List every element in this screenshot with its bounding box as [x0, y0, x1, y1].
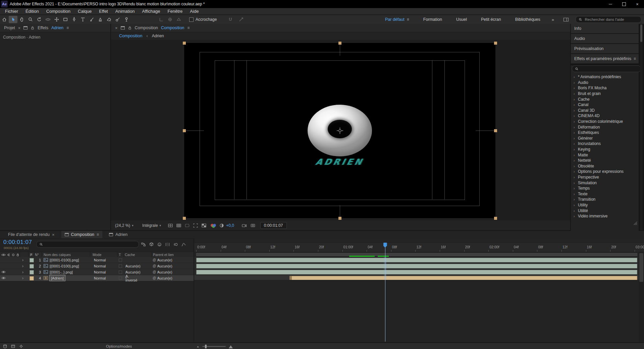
minimize-button[interactable]	[604, 0, 617, 8]
pickwhip-icon[interactable]: @	[153, 275, 156, 281]
selection-handle[interactable]	[183, 129, 186, 132]
breadcrumb-layer[interactable]: Adrien	[152, 34, 164, 38]
disk-cache-icon[interactable]	[3, 344, 7, 349]
label-color-swatch[interactable]	[30, 270, 34, 275]
world-axis-mode[interactable]	[166, 16, 174, 23]
visibility-toggle[interactable]	[1, 257, 6, 263]
fx-category[interactable]: ›Esthétiques	[571, 130, 639, 136]
breadcrumb-back-icon[interactable]: ‹	[146, 34, 148, 38]
column-cache[interactable]: Cache	[125, 253, 135, 257]
panel-header-info[interactable]: Info	[571, 24, 639, 33]
expand-arrow-icon[interactable]: ›	[22, 269, 23, 275]
fx-category[interactable]: ›Audio	[571, 80, 639, 86]
column-name[interactable]: Nom des calques	[44, 253, 71, 257]
label-color-swatch[interactable]	[30, 276, 34, 281]
workspace-formation[interactable]: Formation	[423, 17, 442, 22]
timeline-search-box[interactable]	[36, 241, 139, 248]
layer-row[interactable]: ›3[{0001-..}.png]Normal▾Aucun(e)▾@Aucun(…	[0, 269, 194, 275]
composition-viewport[interactable]: ADRIEN	[111, 40, 570, 220]
pickwhip-icon[interactable]: @	[153, 269, 156, 275]
draft-3d-icon[interactable]	[149, 242, 154, 247]
fx-category[interactable]: ›Simulation	[571, 180, 639, 186]
fx-category[interactable]: ›Bruit et grain	[571, 91, 639, 97]
tab-projet[interactable]: Projet	[4, 26, 15, 30]
layer-track[interactable]	[194, 269, 644, 275]
menu-composition[interactable]: Composition	[43, 9, 74, 14]
selection-handle[interactable]	[494, 42, 497, 45]
grid-button[interactable]	[176, 223, 181, 228]
fx-category[interactable]: ›Canal	[571, 102, 639, 108]
home-button[interactable]	[0, 16, 9, 23]
preserve-transparency-toggle[interactable]	[119, 277, 122, 280]
panel-header-audio[interactable]: Audio	[571, 34, 639, 43]
maximize-button[interactable]	[617, 0, 631, 8]
column-number[interactable]: N°	[35, 253, 39, 257]
exposure-button[interactable]	[219, 223, 224, 228]
timeline-search-input[interactable]	[45, 242, 136, 247]
dock-scrollbar-thumb[interactable]	[640, 24, 642, 42]
close-tab-icon[interactable]: ×	[52, 232, 55, 237]
roto-brush-tool[interactable]	[113, 16, 122, 23]
expand-arrow-icon[interactable]: ›	[22, 275, 23, 281]
visibility-toggle[interactable]	[1, 269, 6, 275]
workspace-bibliothe-ques[interactable]: Bibliothèques	[515, 17, 540, 22]
selection-tool[interactable]	[9, 16, 17, 23]
fx-category[interactable]: ›Cache	[571, 96, 639, 102]
more-workspaces-button[interactable]: »	[552, 17, 554, 22]
fx-category[interactable]: ›Canal 3D	[571, 108, 639, 113]
fx-category[interactable]: ›Options pour expressions	[571, 169, 639, 174]
timeline-zoom-slider[interactable]	[202, 346, 226, 347]
menu-affichage[interactable]: Affichage	[139, 9, 164, 14]
visibility-toggle[interactable]	[1, 275, 6, 281]
close-tab-icon[interactable]: ×	[18, 26, 21, 31]
zoom-in-mountain-icon[interactable]	[228, 344, 233, 349]
pan-behind-tool[interactable]	[52, 16, 61, 23]
menu-effet[interactable]: Effet	[95, 9, 112, 14]
column-t[interactable]: T	[119, 253, 121, 257]
dock-scrollbar[interactable]	[640, 24, 643, 230]
pickwhip-icon[interactable]: @	[153, 263, 156, 269]
visibility-toggle[interactable]	[1, 263, 6, 269]
layer-track[interactable]	[194, 263, 644, 269]
timeline-track-area[interactable]: 0:00f04f08f12f16f20f01:00f04f08f12f16f20…	[194, 238, 644, 342]
layer-row[interactable]: ›4[Adrien]Normal▾A. inversé▾@Aucun(e)▾	[0, 275, 194, 281]
preserve-transparency-toggle[interactable]	[119, 270, 122, 274]
workspace-usuel[interactable]: Usuel	[456, 17, 467, 22]
exposure-value[interactable]: +0,0	[226, 223, 234, 228]
close-tab-icon[interactable]: ×	[115, 26, 118, 31]
expand-arrow-icon[interactable]: ›	[22, 263, 23, 269]
clone-stamp-tool[interactable]	[96, 16, 105, 23]
composition-frame[interactable]: ADRIEN	[184, 43, 495, 218]
snapshot-button[interactable]	[241, 223, 247, 228]
fx-category[interactable]: ›Générer	[571, 136, 639, 141]
menu-aide[interactable]: Aide	[186, 9, 202, 14]
snap-beyond-button[interactable]	[237, 16, 246, 23]
layer-track[interactable]	[194, 257, 644, 263]
expand-arrow-icon[interactable]: ›	[22, 257, 23, 263]
layer-row[interactable]: ›1[{0001-0100}.png]Normal▾@Aucun(e)▾	[0, 257, 194, 263]
orbit-camera-tool[interactable]	[44, 16, 52, 23]
timeline-tab-composition[interactable]: Composition≡	[61, 231, 103, 238]
fx-category[interactable]: ›CINEMA 4D	[571, 113, 639, 119]
fx-category[interactable]: ›Obsolète	[571, 163, 639, 169]
layer-duration-bar[interactable]	[196, 264, 637, 268]
help-search-input[interactable]	[584, 17, 639, 22]
workspace-panel-button[interactable]	[561, 16, 570, 23]
panel-menu-icon[interactable]: ≡	[634, 56, 636, 61]
transparency-grid-button[interactable]	[201, 223, 207, 228]
hand-tool[interactable]	[17, 16, 26, 23]
mask-visibility-button[interactable]	[184, 223, 190, 228]
panel-resize-grip-icon[interactable]	[633, 221, 638, 226]
fx-category[interactable]: ›Transition	[571, 197, 639, 202]
zoom-tool[interactable]	[26, 16, 35, 23]
panel-header-pre-visualisation[interactable]: Prévisualisation	[571, 44, 639, 53]
tab-composition-1[interactable]: Composition	[135, 26, 158, 30]
menu-e-dition[interactable]: Édition	[22, 9, 43, 14]
label-color-swatch[interactable]	[30, 264, 34, 268]
panel-menu-icon[interactable]: ≡	[66, 26, 69, 30]
layer-row[interactable]: ›2[{0001-0100}.png]Normal▾Aucun(e)▾@Aucu…	[0, 263, 194, 269]
comp-mini-flowchart-icon[interactable]	[141, 242, 146, 247]
preview-time[interactable]: 0:00:01:07	[260, 222, 287, 229]
selection-handle[interactable]	[183, 217, 186, 220]
type-tool[interactable]	[78, 16, 87, 23]
